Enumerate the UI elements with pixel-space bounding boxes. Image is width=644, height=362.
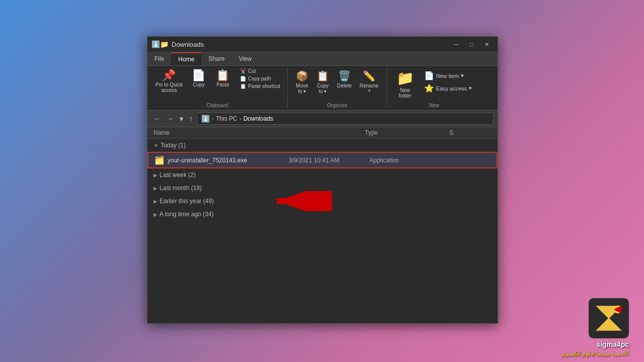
sigma-logo-icon [589,298,629,338]
title-bar: ⬇️📁 Downloads ─ □ ✕ [147,37,498,52]
copy-path-icon: 📄 [240,76,246,81]
group-long-ago[interactable]: ▶ A long time ago (34) [147,208,498,221]
close-button[interactable]: ✕ [479,40,494,49]
file-type-label: Application [369,157,450,164]
easy-access-icon: ⭐ [424,83,434,93]
path-this-pc: This PC [216,115,237,122]
address-bar: ← → ▾ ↑ ⬇️ › This PC › Downloads [147,111,498,127]
chevron-right-icon-2: ▶ [153,186,157,191]
cut-button[interactable]: ✂️ Cut [238,68,282,74]
tab-file[interactable]: File [147,52,171,65]
exe-file-icon: 🗂️ [154,155,165,165]
new-group-label: New [429,101,439,108]
move-to-icon: 📦 [296,70,308,82]
window-title: Downloads [172,41,446,48]
group-earlier-year[interactable]: ▶ Earlier this year (49) [147,195,498,208]
logo-overlay: sigma4pc أكاديمية سيجما لعلوم الكمبيوتر [561,298,629,357]
group-today[interactable]: ▼ Today (1) [147,139,498,152]
tab-home[interactable]: Home [171,52,201,65]
logo-subtext: أكاديمية سيجما لعلوم الكمبيوتر [561,350,629,357]
clipboard-group-label: Clipboard [207,101,228,108]
file-list-area: Name Type S ▼ Today (1) 🗂️ your-uninstal… [147,127,498,323]
paste-icon: 📋 [216,70,229,81]
ribbon-tab-bar: File Home Share View [147,52,498,66]
file-row-exe[interactable]: 🗂️ your-uninstaller_7520143.exe 3/9/2021… [147,152,498,168]
organize-buttons: 📦 Moveto ▾ 📋 Copyto ▾ 🗑️ Delete ✏️ Renam… [293,68,382,96]
new-buttons: 📁 Newfolder 📄 New item ▾ ⭐ Easy access ▾ [392,68,476,101]
window-icon: ⬇️📁 [151,40,169,48]
path-downloads: Downloads [244,115,273,122]
forward-button[interactable]: → [165,114,176,124]
clipboard-small-buttons: ✂️ Cut 📄 Copy path 📋 Paste shortcut [238,68,282,89]
copy-icon: 📄 [192,70,205,81]
group-last-week[interactable]: ▶ Last week (2) [147,168,498,182]
paste-shortcut-icon: 📋 [240,83,246,89]
file-name-label: your-uninstaller_7520143.exe [168,157,289,164]
file-explorer-window: ⬇️📁 Downloads ─ □ ✕ File Home Share View… [147,36,498,324]
copy-button[interactable]: 📄 Copy [188,68,210,89]
up-button[interactable]: ↑ [187,114,195,124]
new-side-buttons: 📄 New item ▾ ⭐ Easy access ▾ [420,68,476,96]
minimize-button[interactable]: ─ [449,40,463,49]
paste-button[interactable]: 📋 Paste [212,68,234,89]
delete-button[interactable]: 🗑️ Delete [334,68,355,96]
organize-group: 📦 Moveto ▾ 📋 Copyto ▾ 🗑️ Delete ✏️ Renam… [288,68,387,108]
recent-button[interactable]: ▾ [178,114,185,124]
new-folder-icon: 📁 [396,70,414,86]
col-header-size[interactable]: S [449,129,492,136]
copy-to-button[interactable]: 📋 Copyto ▾ [313,68,332,96]
new-folder-button[interactable]: 📁 Newfolder [392,68,418,101]
paste-shortcut-button[interactable]: 📋 Paste shortcut [238,83,282,89]
maximize-button[interactable]: □ [464,40,478,49]
path-arrow-icon: ⬇️ [201,115,210,123]
logo-text: sigma4pc [596,340,629,348]
file-date-label: 3/9/2021 10:41 AM [289,157,370,164]
chevron-right-icon: ▶ [153,172,157,178]
chevron-right-icon-4: ▶ [153,212,157,217]
clipboard-buttons: 📌 Pin to Quickaccess 📄 Copy 📋 Paste ✂️ [152,68,282,101]
rename-icon: ✏️ [363,70,375,82]
window-controls: ─ □ ✕ [449,40,494,49]
move-to-button[interactable]: 📦 Moveto ▾ [293,68,311,96]
chevron-down-icon: ▼ [153,143,158,148]
file-list-header: Name Type S [147,127,498,139]
chevron-right-icon-3: ▶ [153,199,157,204]
copy-to-icon: 📋 [316,70,329,82]
new-item-button[interactable]: 📄 New item ▾ [420,70,476,81]
cut-icon: ✂️ [240,68,246,74]
copy-path-button[interactable]: 📄 Copy path [238,75,282,82]
col-header-date [280,129,365,136]
back-button[interactable]: ← [151,114,163,124]
tab-view[interactable]: View [231,52,259,65]
organize-group-label: Organize [327,101,348,108]
tab-share[interactable]: Share [201,52,231,65]
new-item-icon: 📄 [424,71,434,80]
address-path-bar[interactable]: ⬇️ › This PC › Downloads [197,113,494,125]
col-header-type[interactable]: Type [365,129,449,136]
rename-button[interactable]: ✏️ Rename▾ [357,68,382,96]
col-header-name[interactable]: Name [153,129,280,136]
easy-access-button[interactable]: ⭐ Easy access ▾ [420,82,476,94]
group-last-month[interactable]: ▶ Last month (19) [147,182,498,195]
pin-icon: 📌 [162,70,176,81]
ribbon-content: 📌 Pin to Quickaccess 📄 Copy 📋 Paste ✂️ [147,66,498,111]
delete-icon: 🗑️ [338,70,351,82]
pin-to-quick-access-button[interactable]: 📌 Pin to Quickaccess [152,68,186,95]
new-group: 📁 Newfolder 📄 New item ▾ ⭐ Easy access ▾ [387,68,481,108]
clipboard-group: 📌 Pin to Quickaccess 📄 Copy 📋 Paste ✂️ [147,68,288,108]
